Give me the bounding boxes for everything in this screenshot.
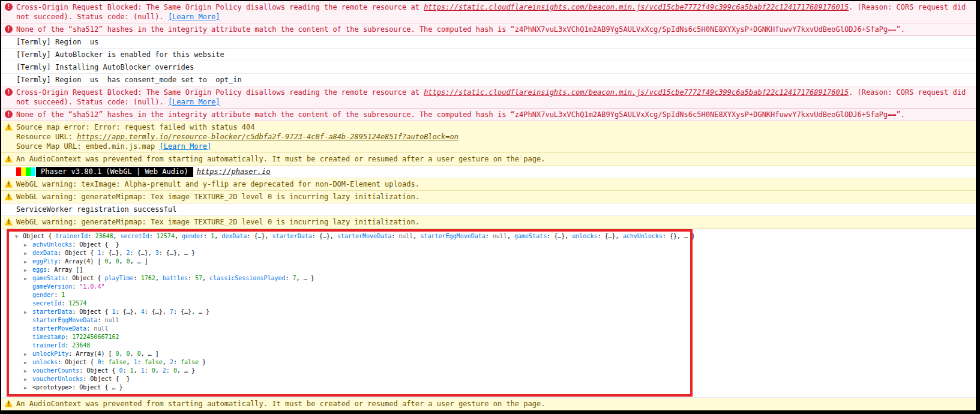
- console-message: None of the “sha512” hashes in the integ…: [16, 25, 971, 34]
- property-name: voucherUnlocks: [32, 376, 83, 382]
- object-syntax: : {…},: [130, 250, 155, 256]
- phaser-site-link[interactable]: https://phaser.io: [197, 167, 271, 176]
- console-row-log-termly-autoblocker: [Termly] AutoBlocker is enabled for this…: [1, 49, 976, 61]
- property-name: achvUnlocks: [32, 241, 72, 248]
- object-syntax: ,: [155, 275, 163, 281]
- console-message: An AudioContext was prevented from start…: [16, 412, 971, 414]
- warning-icon: !: [5, 155, 13, 163]
- property-name: battles: [163, 275, 188, 281]
- object-syntax: , … }: [177, 367, 195, 374]
- message-line: WebGL warning: texImage: Alpha-premult a…: [16, 179, 971, 189]
- resource-url-link[interactable]: https://static.cloudflareinsights.com/be…: [424, 88, 849, 97]
- warning-icon: !: [5, 193, 13, 200]
- object-syntax: ,: [119, 350, 127, 357]
- object-syntax: : Array(4) [: [58, 258, 104, 265]
- expand-arrow-icon[interactable]: ▶: [24, 250, 31, 258]
- object-syntax: ,: [127, 359, 134, 365]
- message-text: None of the “sha512” hashes in the integ…: [16, 110, 905, 119]
- property-name: classicSessionsPlayed: [209, 275, 285, 281]
- object-syntax: :: [97, 317, 104, 323]
- error-icon: !: [5, 88, 13, 96]
- object-syntax: : {…},: [597, 233, 622, 239]
- object-syntax: ,: [507, 233, 514, 239]
- object-property-row: trainerId: 23648: [1, 341, 971, 350]
- error-icon: !: [5, 25, 13, 33]
- message-line: [Termly] AutoBlocker is enabled for this…: [16, 50, 971, 59]
- expand-arrow-icon[interactable]: ▶: [24, 367, 31, 376]
- message-text: Cross-Origin Request Blocked: The Same O…: [16, 88, 424, 97]
- object-syntax: : Object {: [65, 275, 104, 281]
- console-message: WebGL warning: texImage: Alpha-premult a…: [16, 179, 971, 189]
- expand-arrow-icon[interactable]: ▶: [24, 376, 31, 384]
- learn-more-link[interactable]: [Learn More]: [168, 98, 220, 106]
- phaser-version-badge: Phaser v3.80.1 (WebGL | Web Audio): [36, 167, 193, 177]
- expand-arrow-icon[interactable]: ▶: [24, 275, 31, 283]
- expand-arrow-icon[interactable]: ▶: [24, 308, 31, 317]
- message-line: Phaser v3.80.1 (WebGL | Web Audio)https:…: [16, 167, 971, 176]
- console-message: [Termly] AutoBlocker is enabled for this…: [16, 50, 971, 59]
- message-line: None of the “sha512” hashes in the integ…: [16, 25, 971, 34]
- object-syntax: : {…},: [547, 233, 572, 239]
- expand-arrow-icon[interactable]: ▶: [24, 350, 31, 359]
- resource-url-link[interactable]: https://app.termly.io/resource-blocker/c…: [77, 133, 458, 141]
- expand-arrow-icon[interactable]: ▶: [24, 241, 31, 250]
- object-syntax: ,: [130, 350, 137, 357]
- message-text: [Termly] AutoBlocker is enabled for this…: [16, 50, 224, 59]
- expand-arrow-icon[interactable]: ▶: [24, 359, 31, 367]
- object-syntax: Object {: [23, 233, 55, 239]
- object-syntax: : Object { }: [72, 241, 119, 248]
- warning-icon-slot: !: [5, 217, 13, 226]
- property-value-number: 1722450667162: [72, 334, 119, 340]
- object-syntax: : Object { }: [83, 376, 130, 382]
- message-line: [Termly] Region us has consent_mode set …: [16, 75, 971, 85]
- console-row-warn-webgl-teximage: !WebGL warning: texImage: Alpha-premult …: [1, 178, 976, 191]
- message-line: An AudioContext was prevented from start…: [16, 154, 971, 164]
- expand-arrow-icon[interactable]: ▶: [24, 384, 31, 392]
- expand-arrow-icon[interactable]: ▶: [24, 258, 31, 266]
- message-line: None of the “sha512” hashes in the integ…: [16, 110, 971, 119]
- object-syntax: :: [391, 233, 398, 239]
- console-output: !Cross-Origin Request Blocked: The Same …: [1, 1, 976, 414]
- console-message: None of the “sha512” hashes in the integ…: [16, 110, 971, 119]
- object-syntax: , … }: [296, 275, 314, 281]
- property-value-number: 23648: [72, 342, 90, 349]
- property-name: trainerId: [55, 233, 88, 239]
- property-value-string: "1.0.4": [79, 283, 104, 290]
- object-syntax: ,: [202, 275, 209, 281]
- object-syntax: , … ]: [141, 350, 159, 357]
- collapse-arrow-icon[interactable]: ▼: [15, 233, 22, 241]
- warning-icon: !: [5, 218, 13, 226]
- object-property-row: ▶eggs: Array []: [1, 266, 971, 274]
- object-syntax: :: [188, 275, 195, 281]
- object-syntax: :: [65, 342, 72, 349]
- object-syntax: : Object {: [58, 359, 97, 365]
- object-property-row: ▶unlockPity: Array(4) [ 0, 0, 0, … ]: [1, 350, 971, 358]
- message-line: Source map error: Error: request failed …: [16, 122, 971, 132]
- object-property-row: gameVersion: "1.0.4": [1, 283, 971, 291]
- learn-more-link[interactable]: [Learn More]: [159, 142, 211, 151]
- learn-more-link[interactable]: [Learn More]: [168, 13, 220, 21]
- property-name: gender: [182, 233, 203, 239]
- message-text: [Termly] Region us has consent_mode set …: [16, 76, 242, 84]
- object-property-row: timestamp: 1722450667162: [1, 333, 971, 341]
- object-preview-header: ▼Object { trainerId: 23648, secretId: 12…: [1, 232, 971, 241]
- object-syntax: ,: [163, 359, 170, 365]
- error-icon-slot: !: [5, 25, 13, 33]
- console-row-log-termly-consent: [Termly] Region us has consent_mode set …: [1, 74, 976, 86]
- console-row-warn-audiocontext-3: !An AudioContext was prevented from star…: [1, 410, 976, 414]
- console-row-warn-sourcemap: !Source map error: Error: request failed…: [1, 121, 976, 153]
- object-syntax: ,: [155, 367, 163, 374]
- object-property-row: gender: 1: [1, 291, 971, 299]
- message-line: Source Map URL: embed.min.js.map [Learn …: [16, 142, 971, 151]
- console-message: Cross-Origin Request Blocked: The Same O…: [16, 88, 971, 107]
- message-line: WebGL warning: generateMipmap: Tex image…: [16, 217, 971, 227]
- expand-arrow-icon[interactable]: ▶: [24, 266, 31, 275]
- property-name: unlocks: [572, 233, 597, 239]
- message-text: ServiceWorker registration successful: [16, 205, 176, 214]
- object-syntax: : {…}, … }: [173, 308, 209, 315]
- resource-url-link[interactable]: https://static.cloudflareinsights.com/be…: [424, 3, 849, 11]
- property-name: dexData: [32, 250, 58, 256]
- property-value-null: null: [493, 233, 507, 239]
- object-syntax: :: [65, 334, 72, 340]
- console-row-error-cors-1: !Cross-Origin Request Blocked: The Same …: [1, 1, 976, 23]
